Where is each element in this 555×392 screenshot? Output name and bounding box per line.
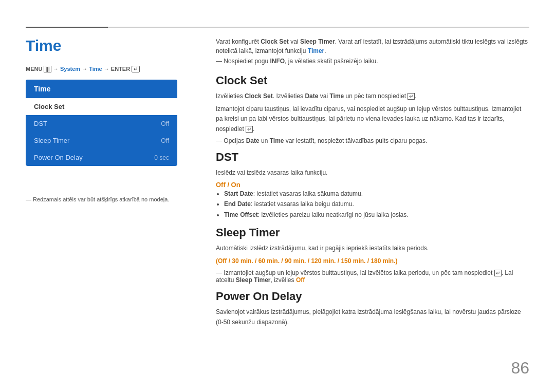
section-clock-set: Clock Set Izvēlieties Clock Set. Izvēlie…: [216, 74, 529, 144]
dst-bullet-list: Start Date: iestatiet vasaras laika sāku…: [224, 189, 529, 220]
page-title: Time: [26, 37, 61, 54]
clock-set-body2: Izmantojot ciparu taustiņus, lai ievadīt…: [216, 104, 529, 134]
menu-item-sleep-timer-label: Sleep Timer: [34, 137, 69, 144]
menu-item-clock-set-label: Clock Set: [34, 103, 64, 110]
menu-item-sleep-timer-value: Off: [161, 137, 169, 144]
top-line-accent: [26, 27, 108, 28]
section-dst: DST Ieslēdz vai izslēdz vasaras laika fu…: [216, 151, 529, 220]
menu-item-dst-label: DST: [34, 120, 47, 127]
dst-bullet-time-offset: Time Offset: izvēlieties pareizu laiku n…: [224, 210, 529, 220]
page-number: 86: [511, 359, 529, 378]
sleep-timer-options: (Off / 30 min. / 60 min. / 90 min. / 120…: [216, 256, 529, 266]
intro-note: Nospiediet pogu INFO, ja vēlaties skatīt…: [216, 58, 529, 65]
tv-menu-header: Time: [26, 80, 177, 98]
menu-item-clock-set[interactable]: Clock Set: [26, 98, 177, 115]
power-on-delay-title: Power On Delay: [216, 290, 529, 303]
menu-bottom-note: Redzamais attēls var būt atšķirīgs atkar…: [26, 196, 169, 202]
tv-menu-panel: Time Clock Set DST Off Sleep Timer Off P…: [26, 80, 177, 166]
menu-item-power-on-delay[interactable]: Power On Delay 0 sec: [26, 149, 177, 166]
sleep-timer-note: Izmantojiet augšup un lejup vērstos bult…: [216, 269, 529, 284]
dst-off-on-label: Off / On: [216, 181, 529, 189]
clock-set-title: Clock Set: [216, 74, 529, 87]
dst-body1: Ieslēdz vai izslēdz vasaras laika funkci…: [216, 168, 529, 178]
menu-path: MENU ||| → System → Time → ENTER ↵: [26, 66, 140, 72]
menu-item-dst[interactable]: DST Off: [26, 115, 177, 132]
menu-item-power-on-delay-value: 0 sec: [154, 154, 169, 161]
dst-title: DST: [216, 151, 529, 164]
menu-item-power-on-delay-label: Power On Delay: [34, 154, 83, 161]
clock-set-note: Opcijas Date un Time var iestatīt, nospi…: [216, 137, 529, 144]
section-sleep-timer: Sleep Timer Automātiski izslēdz izstrādā…: [216, 226, 529, 284]
section-power-on-delay: Power On Delay Savienojot vairākus izstr…: [216, 290, 529, 327]
dst-bullet-start-date: Start Date: iestatiet vasaras laika sāku…: [224, 189, 529, 199]
menu-item-sleep-timer[interactable]: Sleep Timer Off: [26, 132, 177, 149]
intro-text-1: Varat konfigurēt Clock Set vai Sleep Tim…: [216, 37, 529, 55]
clock-set-body1: Izvēlieties Clock Set. Izvēlieties Date …: [216, 91, 529, 101]
menu-item-dst-value: Off: [161, 120, 169, 127]
sleep-timer-title: Sleep Timer: [216, 226, 529, 239]
right-column: Varat konfigurēt Clock Set vai Sleep Tim…: [216, 37, 529, 330]
dst-bullet-end-date: End Date: iestatiet vasaras laika beigu …: [224, 199, 529, 209]
power-on-delay-body1: Savienojot vairākus izstrādājumus, pielā…: [216, 307, 529, 327]
sleep-timer-body1: Automātiski izslēdz izstrādājumu, kad ir…: [216, 244, 529, 253]
